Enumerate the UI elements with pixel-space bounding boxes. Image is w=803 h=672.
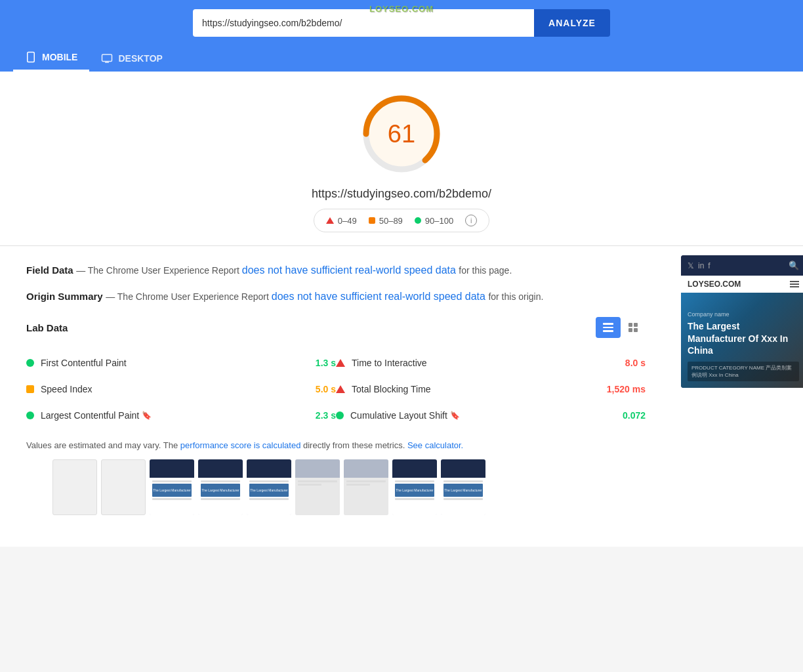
sidebar-brand-name: LOYSEO.COM bbox=[688, 280, 741, 289]
calculator-link[interactable]: See calculator. bbox=[407, 440, 463, 450]
thumb-5: The Largest Manufacturer bbox=[247, 459, 291, 515]
footer-note: Values are estimated and may vary. The p… bbox=[26, 439, 646, 453]
thumbnails-section: The Largest Manufacturer The Largest Man… bbox=[26, 453, 646, 528]
tab-mobile-label: MOBILE bbox=[42, 52, 77, 62]
bad-icon bbox=[326, 217, 334, 224]
header: LOYSEO.COM ANALYZE MOBILE DESKTOP bbox=[0, 0, 803, 72]
footer-note-text2: directly from these metrics. bbox=[303, 440, 407, 450]
sidebar-image-bottom: PRODUCT CATEGORY NAME 产品类别案例说明 Xxx In Ch… bbox=[688, 362, 799, 381]
lab-data-title: Lab Data bbox=[26, 322, 68, 333]
fcp-value: 1.3 s bbox=[316, 358, 336, 368]
thumb-2 bbox=[101, 459, 146, 515]
thumb-6 bbox=[295, 459, 340, 515]
list-view-button[interactable] bbox=[596, 317, 621, 338]
footer-note-text1: Values are estimated and may vary. The bbox=[26, 440, 180, 450]
sidebar-image-title: The Largest Manufacturer Of Xxx In China bbox=[688, 320, 799, 356]
thumb-9: The Largest Manufacturer bbox=[441, 459, 485, 515]
origin-summary-text2: for this origin. bbox=[488, 291, 543, 302]
sidebar-topbar: 𝕏 in f 🔍 bbox=[681, 255, 803, 276]
list-view-icon bbox=[603, 323, 613, 332]
body-section: Field Data — The Chrome User Experience … bbox=[0, 246, 803, 547]
main-content: 61 https://studyingseo.com/b2bdemo/ 0–49… bbox=[0, 72, 803, 547]
score-ring: 61 bbox=[359, 91, 444, 177]
legend-bad-range: 0–49 bbox=[338, 216, 357, 226]
sidebar: 𝕏 in f 🔍 LOYSEO.COM Company name The Lar… bbox=[672, 246, 803, 547]
good-icon bbox=[415, 217, 421, 224]
desktop-icon bbox=[101, 52, 113, 64]
tab-desktop[interactable]: DESKTOP bbox=[89, 45, 174, 72]
origin-summary-block: Origin Summary — The Chrome User Experie… bbox=[26, 291, 646, 303]
origin-summary-link[interactable]: does not have sufficient real-world spee… bbox=[272, 291, 485, 302]
score-section: 61 https://studyingseo.com/b2bdemo/ 0–49… bbox=[0, 72, 803, 245]
performance-score-link[interactable]: performance score is calculated bbox=[180, 440, 301, 450]
field-data-text: — The Chrome User Experience Report bbox=[76, 265, 242, 276]
tabs: MOBILE DESKTOP bbox=[13, 45, 790, 72]
thumb-4: The Largest Manufacturer bbox=[198, 459, 243, 515]
svg-rect-2 bbox=[102, 54, 112, 62]
metric-tbt: Total Blocking Time 1,520 ms bbox=[336, 376, 646, 402]
svg-rect-0 bbox=[28, 52, 35, 62]
sidebar-company-label: Company name bbox=[688, 311, 799, 318]
metrics-grid: First Contentful Paint 1.3 s Speed Index… bbox=[26, 350, 646, 429]
origin-summary-text: — The Chrome User Experience Report bbox=[106, 291, 272, 302]
field-data-text2: for this page. bbox=[459, 265, 512, 276]
info-icon[interactable]: i bbox=[465, 215, 477, 226]
legend-medium: 50–89 bbox=[369, 216, 403, 226]
legend: 0–49 50–89 90–100 i bbox=[314, 209, 489, 232]
url-input[interactable] bbox=[193, 9, 534, 37]
metric-cls: Cumulative Layout Shift 🔖 0.072 bbox=[336, 402, 646, 429]
linkedin-icon[interactable]: in bbox=[698, 261, 704, 270]
tbt-indicator bbox=[336, 385, 345, 393]
tti-indicator bbox=[336, 359, 345, 367]
sidebar-social-icons: 𝕏 in f bbox=[688, 261, 710, 270]
cls-bookmark-icon: 🔖 bbox=[450, 411, 460, 420]
lab-data-section: Lab Data bbox=[26, 317, 646, 453]
si-indicator bbox=[26, 385, 34, 393]
field-data-title: Field Data bbox=[26, 264, 73, 276]
cls-name: Cumulative Layout Shift 🔖 bbox=[350, 410, 616, 421]
sidebar-menu-icon[interactable] bbox=[790, 281, 799, 287]
search-bar: ANALYZE bbox=[13, 9, 790, 37]
metric-tti: Time to Interactive 8.0 s bbox=[336, 350, 646, 376]
sidebar-brand: LOYSEO.COM bbox=[681, 276, 803, 293]
sidebar-card: 𝕏 in f 🔍 LOYSEO.COM Company name The Lar… bbox=[681, 255, 803, 388]
metric-si: Speed Index 5.0 s bbox=[26, 376, 336, 402]
thumb-3: The Largest Manufacturer bbox=[150, 459, 194, 515]
metrics-right: Time to Interactive 8.0 s Total Blocking… bbox=[336, 350, 646, 429]
metric-lcp: Largest Contentful Paint 🔖 2.3 s bbox=[26, 402, 336, 429]
tbt-name: Total Blocking Time bbox=[352, 384, 600, 394]
fcp-name: First Contentful Paint bbox=[41, 358, 309, 368]
grid-view-icon bbox=[628, 323, 638, 332]
field-data-block: Field Data — The Chrome User Experience … bbox=[26, 264, 646, 276]
mobile-icon bbox=[25, 51, 37, 63]
content-area: Field Data — The Chrome User Experience … bbox=[0, 246, 672, 547]
thumb-1 bbox=[52, 459, 97, 515]
score-url: https://studyingseo.com/b2bdemo/ bbox=[312, 187, 491, 201]
lcp-indicator bbox=[26, 411, 34, 419]
cls-value: 0.072 bbox=[623, 410, 646, 421]
origin-summary-title: Origin Summary bbox=[26, 291, 103, 302]
facebook-icon[interactable]: f bbox=[708, 261, 710, 270]
lcp-value: 2.3 s bbox=[316, 410, 336, 421]
sidebar-image-caption: PRODUCT CATEGORY NAME 产品类别案例说明 Xxx In Ch… bbox=[691, 364, 795, 379]
metrics-left: First Contentful Paint 1.3 s Speed Index… bbox=[26, 350, 336, 429]
lab-data-header: Lab Data bbox=[26, 317, 646, 338]
sidebar-search-icon[interactable]: 🔍 bbox=[789, 261, 799, 270]
tab-mobile[interactable]: MOBILE bbox=[13, 45, 89, 72]
legend-bad: 0–49 bbox=[326, 216, 357, 226]
lcp-bookmark-icon: 🔖 bbox=[142, 411, 152, 420]
metric-fcp: First Contentful Paint 1.3 s bbox=[26, 350, 336, 376]
grid-view-button[interactable] bbox=[621, 317, 646, 338]
legend-good-range: 90–100 bbox=[425, 216, 453, 226]
legend-good: 90–100 bbox=[415, 216, 453, 226]
tbt-value: 1,520 ms bbox=[607, 384, 646, 394]
thumb-8: The Largest Manufacturer bbox=[392, 459, 437, 515]
field-data-link[interactable]: does not have sufficient real-world spee… bbox=[242, 264, 456, 276]
legend-medium-range: 50–89 bbox=[379, 216, 403, 226]
cls-indicator bbox=[336, 411, 344, 419]
thumb-7 bbox=[344, 459, 388, 515]
twitter-icon[interactable]: 𝕏 bbox=[688, 261, 694, 270]
si-value: 5.0 s bbox=[316, 384, 336, 394]
tti-name: Time to Interactive bbox=[352, 358, 619, 368]
analyze-button[interactable]: ANALYZE bbox=[534, 9, 610, 37]
